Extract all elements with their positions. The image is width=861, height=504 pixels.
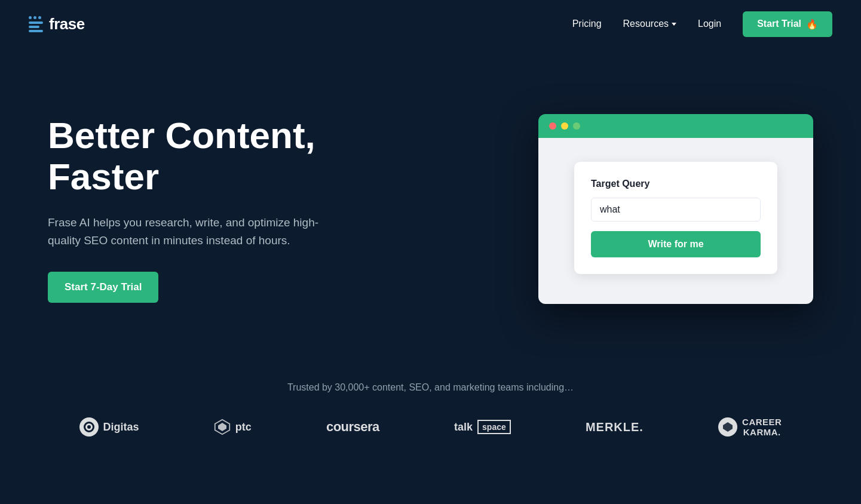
- trusted-section: Trusted by 30,000+ content, SEO, and mar…: [0, 358, 861, 473]
- coursera-logo: coursera: [326, 419, 379, 435]
- digitas-icon: [79, 417, 99, 437]
- merkle-label: MERKLE.: [586, 420, 644, 434]
- career-karma-logo: CAREERKARMA.: [718, 417, 782, 437]
- digitas-label: Digitas: [103, 421, 139, 434]
- navbar: frase Pricing Resources Login Start Tria…: [0, 0, 861, 48]
- talkspace-box: space: [477, 420, 511, 434]
- career-karma-icon: [718, 417, 737, 437]
- nav-links: Pricing Resources Login Start Trial 🔥: [572, 11, 832, 37]
- trusted-tagline: Trusted by 30,000+ content, SEO, and mar…: [48, 382, 813, 393]
- pricing-link[interactable]: Pricing: [572, 19, 602, 29]
- browser-body: Target Query Write for me: [538, 138, 813, 304]
- browser-dot-green: [573, 122, 580, 130]
- talkspace-logo: talk space: [454, 420, 511, 434]
- browser-dot-yellow: [561, 122, 568, 130]
- ptc-logo: ptc: [214, 419, 252, 435]
- svg-marker-1: [218, 423, 226, 431]
- fire-emoji: 🔥: [806, 19, 818, 30]
- ptc-label: ptc: [235, 421, 252, 434]
- talkspace-label: talk: [454, 421, 473, 434]
- coursera-label: coursera: [326, 419, 379, 435]
- resources-link[interactable]: Resources: [623, 19, 676, 29]
- career-karma-svg: [722, 421, 734, 433]
- chevron-down-icon: [672, 23, 676, 26]
- hero-section: Better Content, Faster Frase AI helps yo…: [0, 48, 861, 358]
- logo-link[interactable]: frase: [29, 15, 85, 33]
- digitas-logo: Digitas: [79, 417, 139, 437]
- start-trial-button[interactable]: Start Trial 🔥: [743, 11, 832, 37]
- ptc-icon: [214, 419, 231, 435]
- career-karma-label: CAREERKARMA.: [742, 417, 782, 437]
- hero-title: Better Content, Faster: [48, 115, 359, 196]
- hero-cta-button[interactable]: Start 7-Day Trial: [48, 272, 158, 303]
- browser-bar: [538, 114, 813, 138]
- logos-row: Digitas ptc coursera talk space MERKLE.: [48, 417, 813, 437]
- hero-subtitle: Frase AI helps you research, write, and …: [48, 214, 323, 250]
- target-query-label: Target Query: [591, 179, 761, 189]
- hero-content: Better Content, Faster Frase AI helps yo…: [48, 115, 359, 302]
- merkle-logo: MERKLE.: [586, 420, 644, 434]
- query-input[interactable]: [591, 198, 761, 222]
- login-link[interactable]: Login: [698, 19, 721, 29]
- logo-text: frase: [49, 15, 85, 33]
- browser-dot-red: [549, 122, 556, 130]
- mock-browser: Target Query Write for me: [538, 114, 813, 304]
- write-for-me-button[interactable]: Write for me: [591, 231, 761, 257]
- query-card: Target Query Write for me: [574, 162, 777, 274]
